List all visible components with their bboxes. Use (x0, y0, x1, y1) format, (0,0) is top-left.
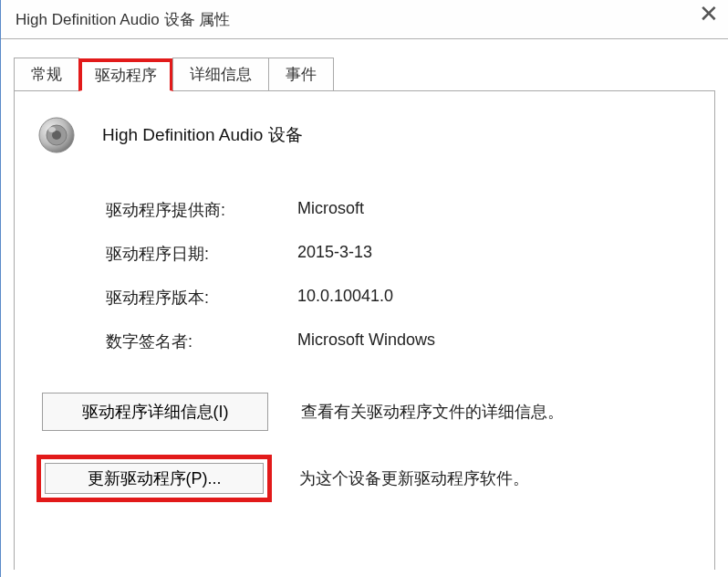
date-label: 驱动程序日期: (106, 243, 297, 265)
driver-details-button[interactable]: 驱动程序详细信息(I) (42, 393, 268, 431)
driver-info-grid: 驱动程序提供商: Microsoft 驱动程序日期: 2015-3-13 驱动程… (106, 199, 692, 352)
provider-value: Microsoft (297, 199, 364, 221)
tab-details[interactable]: 详细信息 (172, 58, 269, 90)
properties-dialog: High Definition Audio 设备 属性 ✕ 常规 驱动程序 详细… (0, 0, 728, 577)
provider-label: 驱动程序提供商: (106, 199, 297, 221)
device-name: High Definition Audio 设备 (102, 123, 303, 147)
signer-label: 数字签名者: (106, 330, 297, 352)
update-driver-desc: 为这个设备更新驱动程序软件。 (299, 467, 529, 489)
device-header: High Definition Audio 设备 (36, 115, 692, 155)
button-wrap: 驱动程序详细信息(I) (36, 393, 274, 431)
window-title: High Definition Audio 设备 属性 (16, 9, 230, 30)
action-row-update: 更新驱动程序(P)... 为这个设备更新驱动程序软件。 (36, 455, 692, 502)
speaker-icon (36, 115, 77, 155)
info-row-version: 驱动程序版本: 10.0.10041.0 (106, 287, 692, 309)
tab-driver[interactable]: 驱动程序 (78, 58, 173, 91)
tab-general[interactable]: 常规 (14, 58, 79, 90)
tab-events[interactable]: 事件 (268, 58, 334, 90)
close-icon[interactable]: ✕ (699, 2, 719, 26)
tab-label: 详细信息 (190, 66, 252, 83)
signer-value: Microsoft Windows (297, 330, 435, 352)
update-driver-button[interactable]: 更新驱动程序(P)... (45, 463, 264, 494)
tab-label: 常规 (31, 66, 62, 83)
info-row-signer: 数字签名者: Microsoft Windows (106, 330, 692, 352)
button-wrap-highlight: 更新驱动程序(P)... (36, 455, 272, 502)
action-section: 驱动程序详细信息(I) 查看有关驱动程序文件的详细信息。 更新驱动程序(P)..… (36, 393, 692, 502)
info-row-provider: 驱动程序提供商: Microsoft (106, 199, 692, 221)
version-value: 10.0.10041.0 (297, 287, 393, 309)
date-value: 2015-3-13 (297, 243, 372, 265)
titlebar: High Definition Audio 设备 属性 ✕ (1, 0, 728, 38)
tab-strip: 常规 驱动程序 详细信息 事件 (14, 58, 715, 91)
action-row-details: 驱动程序详细信息(I) 查看有关驱动程序文件的详细信息。 (36, 393, 692, 431)
svg-point-3 (48, 127, 56, 132)
tab-panel-driver: High Definition Audio 设备 驱动程序提供商: Micros… (14, 91, 715, 570)
content-area: 常规 驱动程序 详细信息 事件 (1, 39, 728, 570)
driver-details-desc: 查看有关驱动程序文件的详细信息。 (301, 401, 564, 423)
info-row-date: 驱动程序日期: 2015-3-13 (106, 243, 692, 265)
tab-label: 事件 (286, 66, 317, 83)
version-label: 驱动程序版本: (106, 287, 297, 309)
tab-label: 驱动程序 (95, 67, 157, 84)
